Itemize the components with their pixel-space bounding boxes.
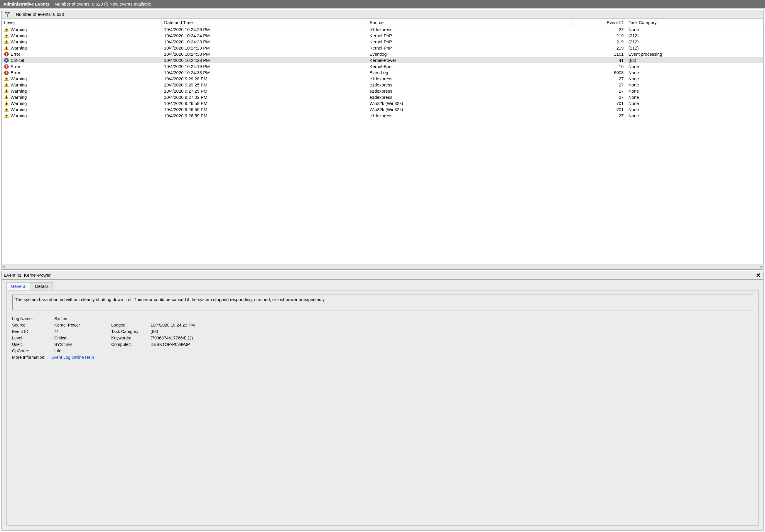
cell-source: e1dexpress: [367, 26, 573, 33]
cell-task-category: None: [626, 82, 763, 88]
table-row[interactable]: Warning10/4/2020 10:24:24 PMKernel-PnP21…: [2, 33, 763, 39]
window-title: Administrative Events: [3, 1, 50, 6]
error-icon: [4, 64, 9, 69]
event-id-label: Event ID:: [12, 329, 53, 334]
cell-task-category: (212): [626, 33, 763, 39]
svg-rect-10: [6, 55, 7, 55]
cell-source: Win32k (Win32k): [367, 100, 573, 107]
tab-general[interactable]: General: [6, 282, 31, 290]
keywords-value: (70368744177664),(2): [151, 336, 753, 340]
source-value: Kernel-Power: [54, 323, 110, 327]
col-header-date[interactable]: Date and Time: [162, 19, 368, 26]
task-category-label: Task Category:: [111, 329, 149, 334]
svg-rect-3: [6, 37, 7, 37]
event-viewer-window: Administrative Events Number of events: …: [0, 0, 765, 532]
filter-bar: Number of events: 6,620: [2, 10, 763, 19]
cell-level: Warning: [11, 76, 27, 81]
event-properties: Log Name: System Source: Kernel-Power Lo…: [12, 316, 753, 360]
cell-event-id: 41: [573, 57, 626, 63]
logged-value: 10/4/2020 10:24:23 PM: [151, 323, 753, 327]
table-row[interactable]: Warning10/4/2020 9:29:28 PMe1dexpress27N…: [2, 76, 763, 82]
keywords-label: Keywords:: [111, 336, 149, 340]
cell-source: Kernel-PnP: [367, 39, 573, 45]
warning-icon: [4, 89, 9, 94]
table-row[interactable]: Warning10/4/2020 9:27:02 PMe1dexpress27N…: [2, 94, 763, 100]
svg-rect-26: [6, 103, 7, 104]
table-row[interactable]: Error10/4/2020 10:24:19 PMKernel-Boot16N…: [2, 63, 763, 70]
table-row[interactable]: Warning10/4/2020 10:24:23 PMKernel-PnP21…: [2, 39, 763, 45]
svg-rect-27: [6, 104, 7, 105]
table-row[interactable]: Error10/4/2020 10:24:33 PMEventlog1101Ev…: [2, 51, 763, 57]
table-row[interactable]: Warning10/4/2020 9:27:25 PMe1dexpress27N…: [2, 88, 763, 94]
cell-event-id: 701: [573, 100, 626, 107]
cell-event-id: 1101: [573, 51, 626, 57]
table-row[interactable]: Warning10/4/2020 9:26:59 PMWin32k (Win32…: [2, 100, 763, 107]
cell-task-category: None: [626, 113, 763, 119]
svg-rect-16: [6, 71, 7, 73]
tab-general-body: The system has rebooted without cleanly …: [6, 290, 759, 526]
level-label: Level:: [12, 336, 53, 340]
cell-date: 10/4/2020 9:26:59 PM: [162, 113, 368, 119]
col-header-task-category[interactable]: Task Category: [626, 19, 763, 26]
svg-rect-28: [6, 109, 7, 110]
cell-level: Warning: [11, 39, 27, 44]
cell-task-category: None: [626, 63, 763, 70]
table-row[interactable]: Warning10/4/2020 9:26:59 PMWin32k (Win32…: [2, 107, 763, 113]
close-icon[interactable]: ✕: [756, 272, 761, 278]
computer-label: Computer:: [111, 342, 149, 347]
cell-task-category: None: [626, 100, 763, 107]
cell-source: Eventlog: [367, 51, 573, 57]
scroll-left-icon[interactable]: <: [3, 265, 5, 269]
cell-event-id: 27: [573, 113, 626, 119]
warning-icon: [4, 77, 9, 81]
cell-date: 10/4/2020 10:24:24 PM: [162, 33, 368, 39]
cell-date: 10/4/2020 10:24:33 PM: [162, 51, 368, 57]
col-header-source[interactable]: Source: [367, 19, 573, 26]
warning-icon: [4, 101, 9, 106]
cell-source: e1dexpress: [367, 113, 573, 119]
event-id-value: 41: [54, 329, 110, 334]
cell-source: e1dexpress: [367, 94, 573, 100]
cell-level: Warning: [11, 95, 27, 100]
cell-source: Kernel-PnP: [367, 33, 573, 39]
scroll-right-icon[interactable]: >: [760, 265, 762, 269]
svg-rect-5: [6, 43, 7, 43]
cell-date: 10/4/2020 10:24:23 PM: [162, 45, 368, 51]
cell-task-category: (212): [626, 45, 763, 51]
cell-source: Kernel-Boot: [367, 63, 573, 70]
svg-rect-7: [6, 49, 7, 50]
error-icon: [4, 52, 9, 57]
col-header-level[interactable]: Level: [2, 19, 162, 26]
table-row[interactable]: Error10/4/2020 10:24:33 PMEventLog6008No…: [2, 70, 763, 76]
warning-icon: [4, 27, 9, 32]
tab-details[interactable]: Details: [31, 282, 53, 290]
cell-date: 10/4/2020 9:27:02 PM: [162, 94, 368, 100]
cell-task-category: None: [626, 26, 763, 33]
event-description: The system has rebooted without cleanly …: [12, 295, 753, 310]
table-row[interactable]: Warning10/4/2020 9:26:59 PMe1dexpress27N…: [2, 113, 763, 119]
warning-icon: [4, 83, 9, 87]
detail-header: Event 41, Kernel-Power ✕: [2, 271, 763, 280]
svg-rect-17: [6, 73, 7, 74]
svg-rect-9: [6, 53, 7, 55]
cell-source: e1dexpress: [367, 88, 573, 94]
svg-rect-4: [6, 41, 7, 43]
cell-event-id: 6008: [573, 70, 626, 76]
source-label: Source:: [12, 323, 53, 327]
task-category-value: (63): [151, 329, 753, 334]
cell-date: 10/4/2020 10:24:33 PM: [162, 70, 368, 76]
table-row[interactable]: Warning10/4/2020 10:24:26 PMe1dexpress27…: [2, 26, 763, 33]
cell-level: Warning: [11, 101, 27, 106]
warning-icon: [4, 114, 9, 118]
events-grid-scroll[interactable]: Level Date and Time Source Event ID Task…: [2, 19, 763, 264]
table-row[interactable]: Critical10/4/2020 10:24:23 PMKernel-Powe…: [2, 57, 763, 63]
more-info-label: More Information:: [12, 355, 46, 360]
svg-rect-22: [6, 90, 7, 92]
filter-icon[interactable]: [5, 12, 10, 17]
table-row[interactable]: Warning10/4/2020 10:24:23 PMKernel-PnP21…: [2, 45, 763, 51]
col-header-event-id[interactable]: Event ID: [573, 19, 626, 26]
horizontal-scrollbar[interactable]: < >: [2, 264, 763, 269]
event-log-online-help-link[interactable]: Event Log Online Help: [51, 355, 94, 360]
table-row[interactable]: Warning10/4/2020 9:29:25 PMe1dexpress27N…: [2, 82, 763, 88]
warning-icon: [4, 40, 9, 44]
